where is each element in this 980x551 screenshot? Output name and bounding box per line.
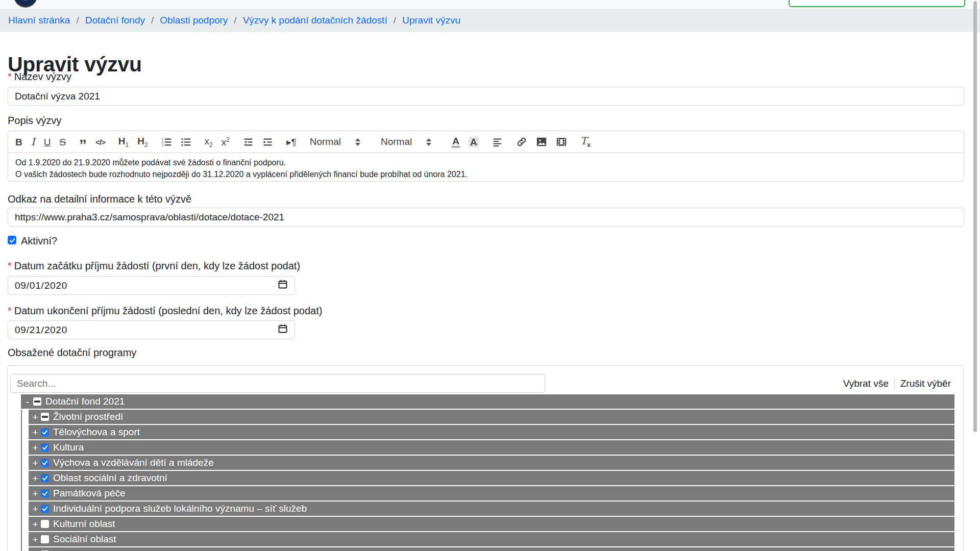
tree-node-row[interactable]: +Výchova a vzdělávání dětí a mládeže — [29, 456, 954, 470]
editor-paragraph: Od 1.9.2020 do 21.9.2020 můžete podávat … — [15, 157, 957, 168]
tree-search-input[interactable] — [10, 374, 545, 393]
breadcrumb-link[interactable]: Upravit výzvu — [402, 15, 460, 26]
tree-checkbox-indeterminate[interactable] — [41, 413, 49, 421]
expand-toggle-icon[interactable]: + — [32, 412, 39, 422]
tree-node-row[interactable]: +Kultura — [29, 440, 954, 455]
expand-toggle-icon[interactable]: + — [32, 489, 39, 498]
expand-toggle-icon[interactable]: + — [32, 535, 39, 544]
tree-node-row[interactable]: + — [29, 547, 954, 551]
toolbar-group — [243, 137, 273, 147]
superscript-icon[interactable]: x2 — [222, 137, 230, 147]
background-color-icon[interactable]: A — [469, 137, 479, 147]
toolbar-group: Normal — [381, 136, 438, 147]
tree-checkbox-checked[interactable] — [41, 443, 49, 452]
toolbar-group: 123 — [161, 137, 191, 147]
link-input[interactable] — [8, 208, 964, 227]
expand-toggle-icon[interactable]: + — [32, 519, 39, 529]
site-logo[interactable] — [14, 0, 37, 8]
tree-checkbox-checked[interactable] — [41, 474, 49, 482]
clean-format-icon[interactable]: Tx — [580, 136, 591, 148]
name-label: *Název výzvy — [8, 70, 71, 83]
tree-node-row[interactable]: +Životní prostředí — [29, 410, 954, 424]
tree-node-row[interactable]: -Dotační fond 2021 — [21, 394, 954, 409]
header-select[interactable]: Normal — [381, 136, 431, 147]
underline-icon[interactable]: U — [44, 137, 51, 147]
toolbar-group: AA — [452, 136, 478, 148]
tree-checkbox-checked[interactable] — [41, 505, 49, 513]
size-select[interactable]: Normal — [310, 136, 360, 147]
svg-text:3: 3 — [161, 143, 163, 147]
indent-icon[interactable] — [262, 137, 273, 147]
breadcrumb-link[interactable]: Výzvy k podání dotačních žádostí — [243, 15, 387, 26]
date-start-label: *Datum začátku příjmu žádostí (první den… — [8, 260, 300, 272]
collapse-toggle-icon[interactable]: - — [24, 397, 31, 407]
required-asterisk: * — [8, 71, 12, 82]
direction-icon[interactable]: ▸¶ — [286, 137, 297, 147]
required-asterisk: * — [8, 305, 12, 316]
italic-icon[interactable]: I — [31, 137, 35, 147]
breadcrumb-link[interactable]: Dotační fondy — [85, 15, 145, 26]
toolbar-group — [492, 137, 503, 147]
header-1-icon[interactable]: H1 — [118, 136, 129, 148]
bold-icon[interactable]: B — [15, 137, 22, 147]
strike-icon[interactable]: S — [59, 137, 66, 147]
tree-checkbox-unchecked[interactable] — [41, 535, 49, 543]
breadcrumb-link[interactable]: Hlavní stránka — [8, 15, 70, 26]
programs-tree: -Dotační fond 2021+Životní prostředí+Těl… — [21, 394, 954, 551]
date-end-input[interactable]: 09/21/2020 — [8, 320, 295, 339]
expand-toggle-icon[interactable]: + — [32, 428, 39, 437]
tree-node-row[interactable]: +Kulturní oblast — [29, 517, 954, 531]
align-icon[interactable] — [492, 137, 503, 147]
outdent-icon[interactable] — [243, 137, 254, 147]
text-color-icon[interactable]: A — [452, 136, 460, 148]
date-start-input[interactable]: 09/01/2020 — [8, 276, 295, 295]
tree-checkbox-checked[interactable] — [41, 428, 49, 436]
calendar-icon[interactable] — [278, 279, 288, 292]
code-block-icon[interactable]: </> — [95, 138, 105, 146]
programs-tree-widget: Vybrat vše Zrušit výběr -Dotační fond 20… — [7, 365, 964, 551]
tree-node-row[interactable]: +Tělovýchova a sport — [29, 425, 954, 439]
tree-node-label: Výchova a vzdělávání dětí a mládeže — [53, 457, 214, 468]
tree-checkbox-checked[interactable] — [41, 489, 49, 497]
tree-node-row[interactable]: +Individuální podpora služeb lokálního v… — [29, 502, 954, 516]
breadcrumb-separator: / — [234, 15, 236, 26]
expand-toggle-icon[interactable]: + — [32, 504, 39, 514]
top-action-button[interactable] — [789, 0, 965, 7]
required-asterisk: * — [8, 260, 12, 271]
tree-children: +Životní prostředí+Tělovýchova a sport+K… — [21, 410, 954, 551]
blockquote-icon[interactable]: ” — [79, 139, 87, 144]
tree-node-row[interactable]: +Sociální oblast — [29, 532, 954, 546]
calendar-icon[interactable] — [278, 323, 288, 336]
header-2-icon[interactable]: H2 — [137, 136, 148, 148]
list-ordered-icon[interactable]: 123 — [161, 137, 172, 147]
image-icon[interactable] — [536, 136, 547, 147]
video-icon[interactable] — [556, 136, 567, 147]
top-bar — [0, 0, 980, 9]
name-input[interactable] — [8, 87, 964, 106]
tree-checkbox-indeterminate[interactable] — [33, 397, 41, 406]
description-label: Popis výzvy — [8, 114, 62, 127]
size-select-value: Normal — [310, 136, 341, 147]
subscript-icon[interactable]: x2 — [205, 136, 213, 148]
tree-checkbox-unchecked[interactable] — [41, 520, 49, 528]
page-scrollbar-thumb[interactable] — [973, 1, 977, 432]
tree-node-row[interactable]: +Památková péče — [29, 486, 954, 500]
header-select-value: Normal — [381, 136, 412, 147]
editor-paragraph: O vašich žádostech bude rozhodnuto nejpo… — [15, 168, 957, 180]
actions-divider — [894, 378, 895, 390]
editor-content[interactable]: Od 1.9.2020 do 21.9.2020 můžete podávat … — [8, 153, 964, 182]
tree-checkbox-checked[interactable] — [41, 459, 49, 467]
breadcrumb-separator: / — [76, 15, 79, 26]
deselect-all-link[interactable]: Zrušit výběr — [900, 378, 951, 389]
list-bullet-icon[interactable] — [181, 137, 191, 147]
breadcrumb: Hlavní stránka/Dotační fondy/Oblasti pod… — [0, 9, 980, 32]
breadcrumb-link[interactable]: Oblasti podpory — [160, 15, 228, 26]
programs-label: Obsažené dotační programy — [8, 346, 136, 359]
select-all-link[interactable]: Vybrat vše — [843, 378, 889, 389]
expand-toggle-icon[interactable]: + — [32, 473, 39, 483]
expand-toggle-icon[interactable]: + — [32, 458, 39, 468]
expand-toggle-icon[interactable]: + — [32, 443, 39, 453]
tree-node-row[interactable]: +Oblast sociální a zdravotní — [29, 471, 954, 485]
active-checkbox[interactable] — [8, 236, 16, 244]
link-icon[interactable] — [516, 136, 527, 147]
